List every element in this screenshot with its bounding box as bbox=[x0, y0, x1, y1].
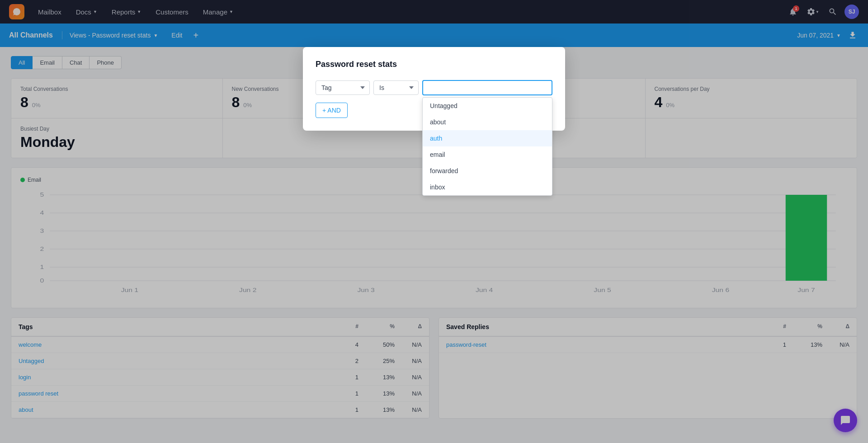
filter-condition-select[interactable]: Is Is not bbox=[373, 80, 419, 95]
dropdown-item-auth[interactable]: auth bbox=[423, 130, 552, 146]
modal-box: Password reset stats Tag Status Assignee… bbox=[303, 47, 565, 131]
filter-input-wrapper: Untagged about auth email forwarded bbox=[422, 80, 552, 95]
dropdown-item-inbox[interactable]: inbox bbox=[423, 179, 552, 195]
dropdown-item-about[interactable]: about bbox=[423, 114, 552, 130]
filter-dropdown: Untagged about auth email forwarded bbox=[422, 97, 552, 196]
modal-overlay[interactable]: Password reset stats Tag Status Assignee… bbox=[0, 0, 868, 443]
dropdown-item-forwarded[interactable]: forwarded bbox=[423, 163, 552, 179]
modal-title: Password reset stats bbox=[316, 60, 552, 69]
filter-tag-select[interactable]: Tag Status Assignee Label bbox=[316, 80, 370, 95]
dropdown-item-untagged[interactable]: Untagged bbox=[423, 98, 552, 114]
dropdown-item-email[interactable]: email bbox=[423, 146, 552, 163]
filter-row: Tag Status Assignee Label Is Is not Unta… bbox=[316, 80, 552, 95]
add-and-filter-button[interactable]: + AND bbox=[316, 103, 348, 118]
filter-value-input[interactable] bbox=[422, 80, 552, 95]
